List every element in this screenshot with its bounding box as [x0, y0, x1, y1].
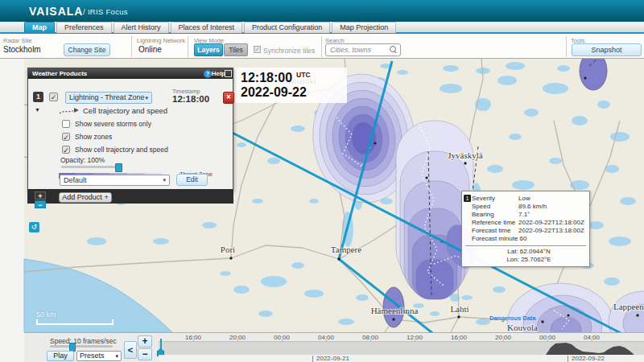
- vaisala-logo: VAISALA: [29, 5, 83, 18]
- tab-places-of-interest[interactable]: Places of Interest: [171, 22, 243, 33]
- cell-info-tooltip: 1 SeverityLow Speed89.6 km/h Bearing7.1°…: [461, 191, 590, 267]
- city-label-tampere: Tampere: [331, 245, 361, 254]
- remove-product-button[interactable]: ✕: [223, 92, 234, 104]
- radar-site-label: Radar Site: [3, 37, 31, 44]
- trajectory-legend-icon: [59, 108, 80, 115]
- synchronize-tiles-checkbox[interactable]: ✓: [254, 46, 261, 53]
- play-button[interactable]: Play: [47, 351, 74, 361]
- city-label-pori: Pori: [221, 245, 235, 254]
- product-select[interactable]: Lightning - Threat Zone ▾: [65, 92, 152, 104]
- scale-bracket: [36, 319, 114, 325]
- style-preset-select[interactable]: Default ▾: [60, 175, 170, 186]
- timeline-track[interactable]: [159, 341, 644, 356]
- timeline-collapse-button[interactable]: <: [124, 341, 137, 359]
- edit-style-button[interactable]: Edit: [176, 174, 208, 186]
- product-enabled-checkbox[interactable]: ✓: [49, 93, 58, 101]
- map-toolbar: Radar Site Stockholm Change Site Lightni…: [0, 34, 644, 59]
- change-site-button[interactable]: Change Site: [64, 43, 110, 56]
- view-mode-tiles-button[interactable]: Tiles: [224, 43, 248, 56]
- chevron-down-icon: ▾: [145, 93, 148, 103]
- tab-preferences[interactable]: Preferences: [56, 22, 112, 33]
- opacity-label: Opacity: 100%: [60, 156, 105, 164]
- weather-products-panel: Weather Products ? Help 1 ✓ Lightning - …: [27, 68, 233, 191]
- tooltip-row-forecast-minute: Forecast minute 60: [472, 235, 586, 243]
- map-zoom-in-button[interactable]: +: [35, 191, 46, 200]
- show-severe-storms-checkbox[interactable]: [62, 120, 70, 128]
- panel-collapse-icon[interactable]: ↺: [29, 222, 39, 232]
- radar-site-value: Stockholm: [3, 45, 41, 54]
- timeline-position-marker[interactable]: [157, 339, 164, 356]
- timeline-dates-row: 2022-09-21 2022-09-22: [159, 355, 644, 362]
- tooltip-row: Forecast time2022-09-22T13:18:00Z: [472, 227, 586, 235]
- product-slot-badge: 1: [33, 92, 43, 102]
- trajectory-row-label: Cell trajectory and speed: [83, 106, 167, 115]
- timestamp-label: Timestamp: [172, 88, 200, 94]
- panel-popout-icon[interactable]: [225, 70, 232, 77]
- chevron-down-icon: ▾: [115, 352, 118, 360]
- speed-label: Speed: 10 frames/sec: [50, 337, 117, 345]
- synchronize-tiles-label: Synchronize tiles: [263, 47, 315, 55]
- timeline-zoom-in-button[interactable]: +: [138, 335, 152, 348]
- help-label[interactable]: Help: [212, 68, 225, 79]
- overlay-time: 12:18:00: [241, 71, 292, 84]
- overlay-date: 2022-09-22: [241, 85, 341, 100]
- city-label-kouvola: Kouvola: [507, 323, 538, 332]
- presets-select[interactable]: Presets ▾: [76, 351, 122, 361]
- show-cell-trajectory-checkbox[interactable]: ✓: [62, 146, 70, 154]
- city-label-lappeenranta: Lappeenranta: [613, 302, 644, 311]
- main-tab-bar: Map Preferences Alert History Places of …: [0, 22, 644, 34]
- tab-map-projection[interactable]: Map Projection: [332, 22, 396, 33]
- lightning-network-label: Lightning Network: [137, 37, 185, 44]
- timeline-date: 2022-09-22: [568, 356, 605, 362]
- panel-header[interactable]: Weather Products ? Help: [28, 68, 233, 79]
- show-severe-storms-label: Show severe storms only: [75, 120, 151, 128]
- expander-icon[interactable]: ▼: [35, 107, 40, 113]
- tab-map[interactable]: Map: [24, 22, 55, 33]
- tab-alert-history[interactable]: Alert History: [114, 22, 169, 33]
- tooltip-row: Bearing7.1°: [472, 211, 586, 219]
- app-window: Seinäjoki Jyväskylä Tampere Pori Hämeenl…: [0, 0, 644, 362]
- speed-slider[interactable]: [50, 345, 113, 348]
- opacity-slider-thumb[interactable]: [115, 163, 122, 172]
- opacity-slider[interactable]: [61, 166, 121, 168]
- map-timestamp-overlay: 12:18:00UTC 2022-09-22: [234, 68, 347, 103]
- chevron-down-icon: ▾: [163, 175, 166, 185]
- lightning-network-status: Online: [138, 45, 162, 54]
- tooltip-divider: [465, 245, 586, 246]
- product-name: / IRIS Focus: [83, 7, 128, 16]
- city-label-lahti: Lahti: [450, 304, 469, 314]
- tooltip-row: Speed89.6 km/h: [472, 203, 586, 211]
- overlay-utc: UTC: [296, 71, 310, 79]
- show-zones-checkbox[interactable]: ✓: [62, 133, 70, 141]
- timeline-zoom-out-button[interactable]: −: [138, 348, 152, 360]
- show-zones-label: Show zones: [75, 133, 112, 141]
- tooltip-row: Reference time2022-09-22T12:18:00Z: [472, 219, 586, 227]
- tooltip-lon: Lon: 25.7062°E: [472, 256, 586, 264]
- add-product-button[interactable]: Add Product +: [59, 192, 112, 203]
- timeline-bar: Speed: 10 frames/sec Play Presets ▾ < + …: [24, 332, 644, 362]
- cell-index-badge: 1: [464, 195, 471, 202]
- view-mode-layers-button[interactable]: Layers: [194, 43, 223, 56]
- map-zoom-out-button[interactable]: −: [35, 200, 46, 208]
- city-label-hameenlinna: Hämeenlinna: [371, 306, 419, 315]
- tab-product-configuration[interactable]: Product Configuration: [244, 22, 330, 33]
- tooltip-row: SeverityLow: [472, 195, 586, 203]
- snapshot-button[interactable]: Snapshot: [572, 43, 642, 56]
- poi-label-dangerous-data[interactable]: Dangerous Data: [489, 315, 536, 322]
- panel-title: Weather Products: [32, 70, 87, 77]
- timeline-date: 2022-09-21: [312, 356, 349, 362]
- timestamp-value: 12:18:00: [172, 94, 209, 104]
- show-cell-trajectory-label: Show cell trajectory and speed: [75, 146, 168, 154]
- bottom-left-margin: [0, 332, 24, 362]
- tooltip-lat: Lat: 62.0944°N: [472, 248, 586, 256]
- map-scale-bar: 50 km: [36, 311, 114, 325]
- scale-label: 50 km: [36, 311, 56, 319]
- help-icon[interactable]: ?: [204, 70, 212, 78]
- city-label-jyvaskyla: Jyväskylä: [448, 150, 483, 160]
- search-icon: [390, 46, 398, 54]
- app-header: VAISALA / IRIS Focus: [0, 0, 644, 22]
